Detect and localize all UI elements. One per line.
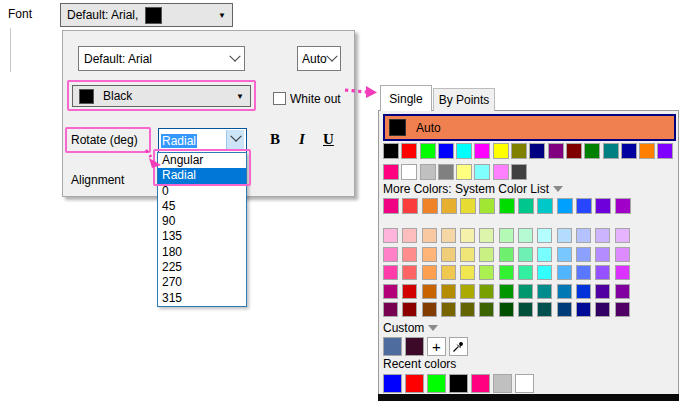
font-summary-dropdown[interactable]: Default: Arial, ▼ <box>60 3 233 27</box>
eyedropper-button[interactable] <box>449 337 468 356</box>
color-swatch[interactable] <box>460 284 475 299</box>
color-swatch[interactable] <box>557 247 572 262</box>
color-swatch[interactable] <box>479 265 494 280</box>
color-swatch[interactable] <box>441 247 456 262</box>
color-swatch[interactable] <box>584 143 600 159</box>
color-swatch[interactable] <box>499 302 514 317</box>
rotate-dropdown-button[interactable] <box>226 130 244 151</box>
color-swatch[interactable] <box>422 247 437 262</box>
color-swatch[interactable] <box>511 143 527 159</box>
color-swatch[interactable] <box>383 284 398 299</box>
color-swatch[interactable] <box>402 302 417 317</box>
color-swatch[interactable] <box>518 302 533 317</box>
add-custom-color-button[interactable]: + <box>427 337 446 356</box>
color-swatch[interactable] <box>615 247 630 262</box>
bold-button[interactable]: B <box>270 131 280 148</box>
color-swatch[interactable] <box>537 198 553 214</box>
rotate-option-90[interactable]: 90 <box>158 214 246 229</box>
color-swatch[interactable] <box>595 247 610 262</box>
color-swatch[interactable] <box>383 198 399 214</box>
color-swatch[interactable] <box>401 164 417 180</box>
color-swatch[interactable] <box>518 265 533 280</box>
color-swatch[interactable] <box>479 302 494 317</box>
color-swatch[interactable] <box>427 374 446 393</box>
rotate-option-225[interactable]: 225 <box>158 260 246 275</box>
color-swatch[interactable] <box>595 265 610 280</box>
white-out-checkbox[interactable] <box>273 92 286 105</box>
color-swatch[interactable] <box>422 198 438 214</box>
color-swatch[interactable] <box>479 228 494 243</box>
tab-single[interactable]: Single <box>380 85 432 111</box>
color-swatch[interactable] <box>493 143 509 159</box>
color-swatch[interactable] <box>537 265 552 280</box>
color-swatch[interactable] <box>615 198 631 214</box>
color-swatch[interactable] <box>518 247 533 262</box>
color-swatch[interactable] <box>529 143 545 159</box>
rotate-option-135[interactable]: 135 <box>158 229 246 244</box>
color-swatch[interactable] <box>515 374 534 393</box>
color-swatch[interactable] <box>595 198 611 214</box>
color-swatch[interactable] <box>383 228 398 243</box>
color-swatch[interactable] <box>402 228 417 243</box>
color-swatch[interactable] <box>460 247 475 262</box>
color-swatch[interactable] <box>471 374 490 393</box>
color-swatch[interactable] <box>548 143 564 159</box>
color-swatch[interactable] <box>615 302 630 317</box>
color-swatch[interactable] <box>456 143 472 159</box>
font-size-combobox[interactable]: Auto <box>297 46 341 71</box>
color-swatch[interactable] <box>479 284 494 299</box>
color-swatch[interactable] <box>576 302 591 317</box>
rotate-option-270[interactable]: 270 <box>158 275 246 290</box>
color-swatch[interactable] <box>615 228 630 243</box>
color-swatch[interactable] <box>383 143 399 159</box>
color-swatch[interactable] <box>518 198 534 214</box>
color-swatch[interactable] <box>438 164 454 180</box>
color-swatch[interactable] <box>474 164 490 180</box>
color-swatch[interactable] <box>474 143 490 159</box>
color-swatch[interactable] <box>405 374 424 393</box>
color-swatch[interactable] <box>383 302 398 317</box>
color-swatch[interactable] <box>441 302 456 317</box>
color-swatch[interactable] <box>499 247 514 262</box>
color-swatch[interactable] <box>422 228 437 243</box>
color-swatch[interactable] <box>537 302 552 317</box>
color-swatch[interactable] <box>405 337 424 356</box>
color-swatch[interactable] <box>603 143 619 159</box>
color-swatch[interactable] <box>460 302 475 317</box>
color-swatch[interactable] <box>499 284 514 299</box>
color-swatch[interactable] <box>615 284 630 299</box>
color-swatch[interactable] <box>402 247 417 262</box>
color-swatch[interactable] <box>576 247 591 262</box>
color-swatch[interactable] <box>615 265 630 280</box>
color-swatch[interactable] <box>449 374 468 393</box>
color-swatch[interactable] <box>557 228 572 243</box>
color-swatch[interactable] <box>595 228 610 243</box>
rotate-option-315[interactable]: 315 <box>158 291 246 306</box>
italic-button[interactable]: I <box>299 131 305 148</box>
color-swatch[interactable] <box>576 265 591 280</box>
font-color-dropdown[interactable]: Black ▼ <box>72 85 251 107</box>
color-swatch[interactable] <box>576 228 591 243</box>
color-swatch[interactable] <box>460 265 475 280</box>
color-swatch[interactable] <box>499 228 514 243</box>
rotate-option-180[interactable]: 180 <box>158 245 246 260</box>
color-swatch[interactable] <box>422 284 437 299</box>
color-swatch[interactable] <box>511 164 527 180</box>
more-colors-header[interactable]: More Colors: System Color List <box>383 182 563 196</box>
color-swatch[interactable] <box>383 164 399 180</box>
font-family-combobox[interactable]: Default: Arial <box>78 46 245 71</box>
color-swatch[interactable] <box>441 265 456 280</box>
color-swatch[interactable] <box>557 302 572 317</box>
color-swatch[interactable] <box>383 247 398 262</box>
color-swatch[interactable] <box>499 265 514 280</box>
underline-button[interactable]: U <box>323 131 334 148</box>
color-swatch[interactable] <box>621 143 637 159</box>
color-swatch[interactable] <box>657 143 673 159</box>
color-swatch[interactable] <box>402 265 417 280</box>
color-swatch[interactable] <box>557 284 572 299</box>
rotate-option-45[interactable]: 45 <box>158 199 246 214</box>
color-swatch[interactable] <box>518 228 533 243</box>
color-swatch[interactable] <box>566 143 582 159</box>
color-swatch[interactable] <box>383 337 402 356</box>
color-swatch[interactable] <box>438 143 454 159</box>
